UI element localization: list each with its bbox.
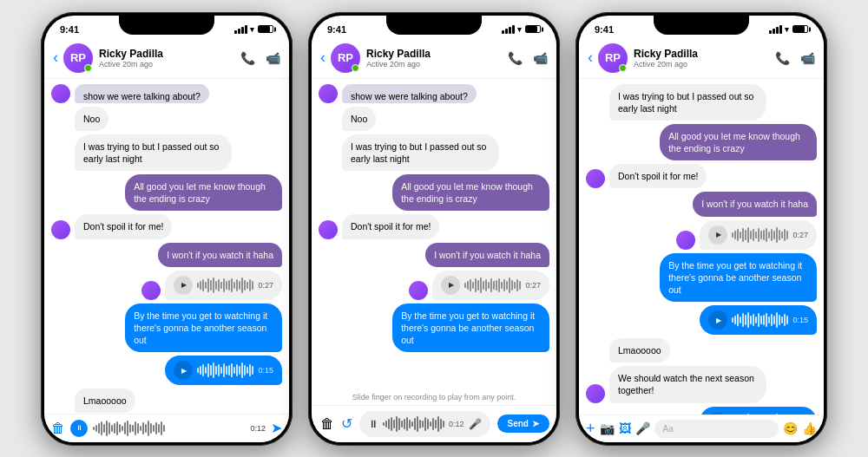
video-icon[interactable]: 📹 [266,51,280,65]
signal-bar-1 [769,30,772,34]
phone-icon[interactable]: 📞 [508,51,523,65]
chat-header: ‹ RP Ricky Padilla Active 20m ago 📞 📹 [312,40,556,79]
mic-button[interactable]: 🎤 [635,421,650,435]
voice-message[interactable]: ▶0:27 [700,220,817,250]
message-avatar [586,169,605,188]
phone-icon[interactable]: 📞 [240,51,255,65]
trash-icon[interactable]: 🗑 [51,421,65,436]
phone-phone3: 9:41 ▾ ‹ RP Ricky Padilla Active 20m ago… [575,12,827,446]
pause-button[interactable]: ⏸ [368,418,378,430]
message-bubble: Noo [75,107,108,131]
message-bubble: show we were talking about? [342,84,477,103]
camera-button[interactable]: 📷 [600,421,615,435]
message-row: All good you let me know though the endi… [586,124,817,160]
message-bubble: All good you let me know though the endi… [125,174,282,211]
message-row: All good you let me know though the endi… [51,174,282,211]
status-time: 9:41 [595,24,614,35]
contact-status: Active 20m ago [634,60,775,69]
avatar: RP [63,43,93,73]
voice-duration: 0:15 [258,366,273,375]
battery-icon [792,25,808,33]
message-bubble: By the time you get to watching it there… [125,304,282,353]
status-icons: ▾ [502,25,541,34]
phones-container: 9:41 ▾ ‹ RP Ricky Padilla Active 20m ago… [27,0,841,457]
phone-phone1: 9:41 ▾ ‹ RP Ricky Padilla Active 20m ago… [41,12,293,446]
online-dot [84,64,92,72]
message-row: Lmaooooo [51,388,282,413]
message-avatar [319,220,338,239]
message-bubble: I was trying to but I passed out so earl… [609,84,766,121]
message-row: ▶0:27 [51,271,282,300]
signal-bar-1 [234,30,237,34]
like-button[interactable]: 👍 [802,421,817,435]
message-avatar [586,384,605,403]
pause-button[interactable]: ⏸ [70,420,88,437]
chat-header: ‹ RP Ricky Padilla Active 20m ago 📞 📹 [44,40,289,79]
message-row: show we were talking about? [319,84,549,103]
voice-message[interactable]: ▶0:27 [432,271,549,300]
contact-name: Ricky Padilla [99,48,240,60]
signal-bars [502,25,515,34]
message-avatar [51,84,70,103]
voice-message-sent[interactable]: ▶0:15 [165,356,282,385]
contact-status: Active 20m ago [99,60,240,69]
voice-message-sent[interactable]: ▶0:27 [700,407,817,415]
signal-bar-3 [509,27,511,34]
voice-duration: 0:15 [792,316,808,324]
video-icon[interactable]: 📹 [533,51,548,65]
play-icon: ▶ [716,231,721,238]
online-dot [352,64,359,72]
video-icon[interactable]: 📹 [800,51,815,65]
recording-inner: ⏸0:12🎤 [359,411,490,437]
voice-duration: 0:27 [792,231,808,239]
signal-bar-2 [505,29,508,34]
message-bubble: show we were talking about? [75,84,209,103]
message-avatar [409,281,428,300]
phone-icon[interactable]: 📞 [775,51,790,65]
voice-message[interactable]: ▶0:27 [165,271,282,300]
wifi-icon: ▾ [517,25,522,34]
chat-body: show we were talking about?NooI was tryi… [44,79,289,414]
trash-icon[interactable]: 🗑 [320,416,334,432]
header-info: Ricky Padilla Active 20m ago [634,48,775,69]
message-row: Don't spoil it for me! [586,164,817,188]
input-bar: +📷🖼🎤Aa😊👍 [579,415,824,442]
chat-body: show we were talking about?NooI was tryi… [312,79,556,389]
message-bubble: All good you let me know though the endi… [660,124,817,160]
signal-bar-2 [773,29,775,34]
message-row: I won't if you watch it haha [319,243,549,267]
header-info: Ricky Padilla Active 20m ago [366,48,508,69]
message-bubble: Noo [342,107,376,131]
contact-name: Ricky Padilla [634,48,775,60]
message-row: I won't if you watch it haha [51,243,282,267]
message-row: ▶0:15 [586,305,817,335]
chat-header: ‹ RP Ricky Padilla Active 20m ago 📞 📹 [579,40,824,79]
battery-icon [258,25,273,33]
refresh-icon[interactable]: ↺ [341,415,352,432]
signal-bar-3 [776,27,779,34]
message-row: ▶0:27 [319,271,549,300]
message-bubble: I won't if you watch it haha [425,243,549,267]
emoji-button[interactable]: 😊 [783,421,798,435]
send-button[interactable]: Send ➤ [497,415,549,433]
voice-message-sent[interactable]: ▶0:15 [700,305,817,335]
message-bubble: I won't if you watch it haha [693,192,817,216]
message-bubble: By the time you get to watching it there… [660,253,817,303]
plus-button[interactable]: + [586,420,595,438]
back-button[interactable]: ‹ [588,49,593,67]
message-row: ▶0:27 [586,407,817,415]
avatar: RP [331,43,360,73]
send-button[interactable]: ➤ [271,420,282,436]
contact-name: Ricky Padilla [366,48,508,60]
pause-icon: ⏸ [76,424,82,432]
wifi-icon: ▾ [250,25,254,34]
back-button[interactable]: ‹ [53,49,58,67]
message-input[interactable]: Aa [654,420,779,438]
signal-bar-4 [245,25,247,34]
mic-icon[interactable]: 🎤 [469,418,482,430]
image-button[interactable]: 🖼 [619,421,631,435]
online-dot [619,64,627,72]
back-button[interactable]: ‹ [320,49,326,67]
message-avatar [141,281,161,300]
status-time: 9:41 [60,24,79,35]
